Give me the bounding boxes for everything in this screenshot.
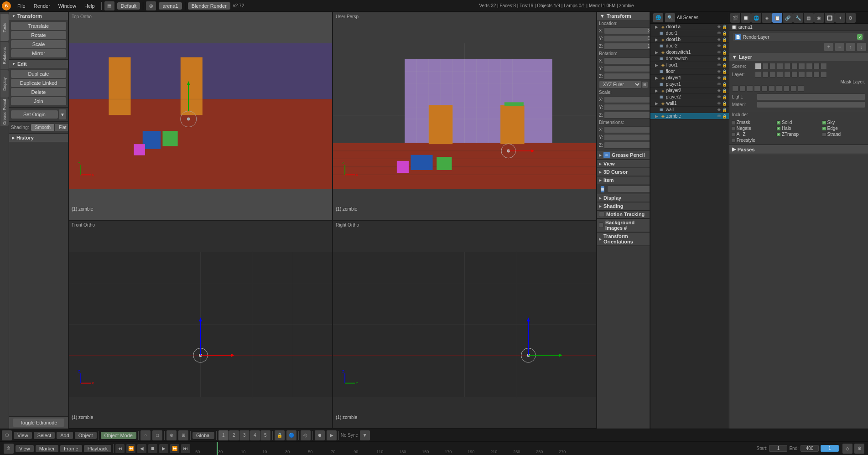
tree-item-door2[interactable]: ▦ door2 👁 🔒 (650, 43, 729, 49)
zmask-checkbox[interactable] (731, 120, 736, 125)
wall1-eye[interactable]: 👁 (717, 101, 721, 106)
layer-7[interactable] (799, 71, 805, 78)
layer-4[interactable] (777, 71, 783, 78)
p1-eye[interactable]: 👁 (717, 76, 721, 80)
bt-record-icon[interactable]: ⏺ (315, 430, 325, 440)
tl-frame-btn[interactable]: Frame (60, 445, 82, 452)
viewport-right-ortho[interactable]: Right Ortho (333, 220, 597, 429)
tree-item-doorswitch[interactable]: ▦ doorswitch 👁 🔒 (650, 56, 729, 62)
tree-item-floor1[interactable]: ▶ ◈ floor1 👁 🔒 (650, 62, 729, 68)
edit-header[interactable]: ▼ Edit (9, 60, 68, 68)
wall-eye[interactable]: 👁 (717, 108, 721, 112)
bt-shading-wire-icon[interactable]: □ (152, 430, 162, 440)
tree-item-player1[interactable]: ▶ ◈ player1 👁 🔒 (650, 75, 729, 81)
scene-layer-2[interactable] (762, 63, 769, 69)
view-header[interactable]: ▶ View (597, 160, 650, 168)
edge-checkbox[interactable] (822, 126, 826, 131)
tab-data[interactable]: ▦ (804, 13, 814, 23)
mask-6[interactable] (769, 85, 775, 92)
wall-lock[interactable]: 🔒 (722, 108, 727, 112)
tab-particles[interactable]: ✦ (835, 13, 845, 23)
scale-z-input[interactable] (604, 112, 650, 119)
freestyle-checkbox[interactable] (731, 138, 736, 143)
rl-move-up-btn[interactable]: ↑ (846, 43, 855, 51)
translate-btn[interactable]: Translate (11, 22, 66, 30)
scene-layer-5[interactable] (784, 63, 790, 69)
p1-lock[interactable]: 🔒 (722, 76, 727, 80)
layer-2[interactable] (762, 71, 769, 78)
scene-layer-10[interactable] (821, 63, 827, 69)
add-btn[interactable]: Add (57, 432, 73, 439)
tree-item-floor[interactable]: ▦ floor 👁 🔒 (650, 68, 729, 75)
tl-stop-btn[interactable]: ⏹ (148, 444, 157, 453)
layer-8[interactable] (806, 71, 812, 78)
layer-1[interactable] (755, 71, 761, 78)
euler-copy[interactable]: ⊞ (642, 82, 648, 88)
transform-panel-header[interactable]: ▼ Transform (597, 12, 650, 20)
tab-display[interactable]: Display (0, 70, 9, 98)
duplicate-linked-btn[interactable]: Duplicate Linked (11, 79, 66, 87)
bt-snap-icon[interactable]: 🔵 (286, 430, 296, 440)
mask-7[interactable] (776, 85, 782, 92)
layout-name[interactable]: Default (117, 2, 140, 10)
p2-lock[interactable]: 🔒 (722, 88, 727, 93)
sky-checkbox[interactable] (822, 120, 826, 125)
tl-jump-end-btn[interactable]: ⏭ (181, 444, 190, 453)
layer-3[interactable] (769, 71, 776, 78)
layer-3-btn[interactable]: 3 (239, 430, 249, 440)
mask-4[interactable] (754, 85, 760, 92)
start-frame-input[interactable] (769, 445, 787, 452)
tl-play-reverse-btn[interactable]: ◀ (137, 444, 146, 453)
cursor-header[interactable]: ▶ 3D Cursor (597, 168, 650, 176)
passes-header[interactable]: ▶ Passes (729, 145, 868, 154)
tab-material[interactable]: ◉ (814, 13, 824, 23)
scene-layer-6[interactable] (791, 63, 798, 69)
tab-object[interactable]: ◈ (762, 13, 772, 23)
timeline-ruler[interactable]: -50 -30 -10 10 30 50 70 90 110 130 150 1… (194, 442, 753, 455)
p2-eye[interactable]: 👁 (717, 88, 721, 93)
mask-9[interactable] (790, 85, 797, 92)
rl-add-btn[interactable]: + (824, 43, 833, 51)
tab-render[interactable]: 🎬 (730, 13, 740, 23)
rotate-btn[interactable]: Rotate (11, 31, 66, 39)
bt-lock-icon[interactable]: 🔒 (275, 430, 285, 440)
p2m-lock[interactable]: 🔒 (722, 95, 727, 99)
transform-orient-header[interactable]: ▶ Transform Orientations (597, 233, 650, 246)
viewport-top-ortho[interactable]: Top Ortho (68, 12, 333, 220)
tab-modifiers[interactable]: 🔧 (793, 13, 803, 23)
door2-lock[interactable]: 🔒 (722, 44, 727, 48)
bt-shading-solid-icon[interactable]: ○ (140, 430, 151, 440)
join-btn[interactable]: Join (11, 97, 66, 105)
negate-checkbox[interactable] (731, 126, 736, 131)
floor1-lock[interactable]: 🔒 (722, 63, 727, 67)
outliner-icon[interactable]: 🌐 (653, 13, 663, 22)
tl-prev-key-btn[interactable]: ⏪ (126, 444, 135, 453)
p1m-lock[interactable]: 🔒 (722, 82, 727, 87)
bt-manipulator-icon[interactable]: ⊞ (178, 430, 188, 440)
layer-6[interactable] (791, 71, 798, 78)
scene-layer-1[interactable] (755, 63, 761, 69)
layout-icon[interactable]: ▤ (104, 1, 114, 10)
bt-pivot-icon[interactable]: ⊕ (166, 430, 177, 440)
smooth-btn[interactable]: Smooth (31, 124, 54, 131)
loc-z-input[interactable] (604, 43, 650, 50)
motion-tracking-checkbox[interactable] (599, 212, 604, 217)
viewport-user-persp[interactable]: User Persp (333, 12, 597, 220)
door2-eye[interactable]: 👁 (717, 44, 721, 48)
viewport-front-ortho[interactable]: Front Ortho (68, 220, 333, 429)
rot-z-input[interactable] (604, 73, 650, 80)
delete-btn[interactable]: Delete (11, 88, 66, 96)
door1-eye[interactable]: 👁 (717, 31, 721, 36)
grease-pencil-header[interactable]: ▶ ✏ Grease Pencil (597, 151, 650, 160)
layer-1-btn[interactable]: 1 (218, 430, 229, 440)
dim-y-input[interactable] (604, 134, 650, 141)
bt-scene-icon[interactable]: ⬡ (2, 430, 12, 440)
rl-move-down-btn[interactable]: ↓ (857, 43, 866, 51)
dim-z-input[interactable] (604, 142, 650, 149)
view-btn[interactable]: View (14, 432, 32, 439)
tab-scene[interactable]: 🔲 (741, 13, 751, 23)
item-name-input[interactable] (607, 186, 650, 192)
bg-images-checkbox[interactable] (599, 222, 603, 228)
layer-9[interactable] (813, 71, 820, 78)
material-input[interactable] (757, 101, 865, 108)
